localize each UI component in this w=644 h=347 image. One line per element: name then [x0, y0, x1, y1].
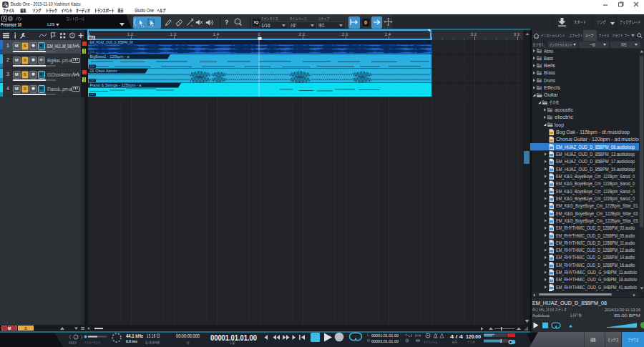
- svg-text:EM_K&G_BoyeBoye_Cm_122Bpm_Saro: EM_K&G_BoyeBoye_Cm_122Bpm_Sarod_0: [556, 174, 635, 180]
- svg-text:EM_K&G_BoyeBoye_Cm_122Bpm_Sita: EM_K&G_BoyeBoye_Cm_122Bpm_Sitar_01.: [556, 203, 639, 209]
- svg-text:acoustic: acoustic: [555, 107, 573, 112]
- svg-text:EM_K&G_BoyeBoye_Cm_122Bpm_Saro: EM_K&G_BoyeBoye_Cm_122Bpm_Sarod_0: [556, 196, 635, 202]
- svg-text:EM_RHYTHMIC_OUD_G_94BPM_11.aud: EM_RHYTHMIC_OUD_G_94BPM_11.audiolo: [556, 270, 637, 275]
- svg-text:EM_RHYTHMIC_OUD_D_126BPM_16.au: EM_RHYTHMIC_OUD_D_126BPM_16.audio: [556, 263, 635, 268]
- svg-text:EM_RHYTHMIC_OUD_D_126BPM_03.au: EM_RHYTHMIC_OUD_D_126BPM_03.audio: [556, 225, 635, 231]
- svg-text:BigBass1 - 120bpm - a: BigBass1 - 120bpm - a: [90, 54, 130, 59]
- svg-text:loop: loop: [555, 122, 564, 128]
- svg-text:Atmo: Atmo: [544, 49, 553, 54]
- svg-text:EM_K&G_BoyeBoye_Cm_122Bpm_Saro: EM_K&G_BoyeBoye_Cm_122Bpm_Sarod_0: [556, 189, 635, 195]
- svg-text:EM_RHYTHMIC_OUD_D_126BPM_12.au: EM_RHYTHMIC_OUD_D_126BPM_12.audio: [556, 248, 635, 253]
- svg-text:Chorus Guitar - 120bpm - ad.mu: Chorus Guitar - 120bpm - ad.musicloop: [556, 137, 644, 142]
- svg-text:EM_RHYTHMIC_OUD_G_94BPM_41.aud: EM_RHYTHMIC_OUD_G_94BPM_41.audiolo: [556, 285, 637, 290]
- svg-text:Drums: Drums: [544, 78, 555, 83]
- svg-text:EM_HIJAZ_OUD_D_85BPM_17.audiol: EM_HIJAZ_OUD_D_85BPM_17.audioloop: [556, 159, 635, 165]
- svg-text:EM_RHYTHMIC_OUD_D_126BPM_11.au: EM_RHYTHMIC_OUD_D_126BPM_11.audio: [556, 240, 635, 246]
- svg-text:EM_HIJAZ_OUD_D_85BPM_19.audiol: EM_HIJAZ_OUD_D_85BPM_19.audioloop: [556, 167, 635, 172]
- svg-text:Bass: Bass: [544, 56, 553, 61]
- svg-text:Piano & Strings - 115bpm - a: Piano & Strings - 115bpm - a: [90, 83, 142, 87]
- svg-text:EM_K&G_BoyeBoye_Cm_122Bpm_Saro: EM_K&G_BoyeBoye_Cm_122Bpm_Sarod_0: [556, 181, 635, 187]
- svg-text:EM_HIJAZ_OUD_D_85BPM_13.audiol: EM_HIJAZ_OUD_D_85BPM_13.audioloop: [556, 152, 635, 157]
- svg-text:EM_RHYTHMIC_OUD_D_126BPM_14.au: EM_RHYTHMIC_OUD_D_126BPM_14.audio: [556, 255, 635, 260]
- svg-text:Bog Oak - 115bpm - df.musicloo: Bog Oak - 115bpm - df.musicloop: [556, 129, 630, 135]
- svg-text:EM_RHYTHMIC_OUD_D_126BPM_05.au: EM_RHYTHMIC_OUD_D_126BPM_05.audio: [556, 233, 635, 239]
- svg-text:Bells: Bells: [544, 63, 556, 68]
- svg-text:01 Choir Abmin: 01 Choir Abmin: [90, 69, 117, 73]
- svg-text:EM_K&G_BoyeBoye_Cm_122Bpm_Sita: EM_K&G_BoyeBoye_Cm_122Bpm_Sitar_02.: [556, 211, 639, 217]
- svg-text:electric: electric: [555, 114, 574, 119]
- svg-text:EM_K&G_BoyeBoye_Cm_122Bpm_Sita: EM_K&G_BoyeBoye_Cm_122Bpm_Sitar_03.: [556, 218, 639, 224]
- svg-text:Guitar: Guitar: [544, 92, 559, 97]
- svg-text:EM_RHYTHMIC_OUD_G_94BPM_18.aud: EM_RHYTHMIC_OUD_G_94BPM_18.audiolo: [556, 277, 637, 283]
- svg-text:Brass: Brass: [544, 70, 555, 75]
- svg-text:Effects: Effects: [544, 85, 561, 90]
- svg-text:EM_HIJAZ_OUD_D_85BPM_08: EM_HIJAZ_OUD_D_85BPM_08: [90, 40, 133, 44]
- svg-text:EM_HIJAZ_OUD_D_85BPM_08.audiol: EM_HIJAZ_OUD_D_85BPM_08.audioloop: [556, 145, 635, 150]
